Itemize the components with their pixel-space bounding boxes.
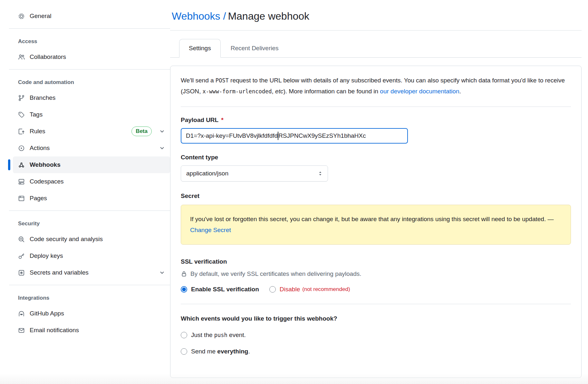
page-title: Webhooks /Manage webhook bbox=[172, 10, 582, 22]
chevron-down-icon bbox=[159, 270, 165, 276]
sidebar-item-label: General bbox=[30, 13, 52, 20]
github-apps-icon bbox=[18, 310, 25, 317]
select-updown-icon bbox=[317, 171, 323, 176]
urlencoded-code: x-www-form-urlencoded bbox=[203, 88, 272, 95]
page-title-text: Manage webhook bbox=[228, 10, 309, 22]
sidebar-item-secrets-variables[interactable]: Secrets and variables bbox=[13, 264, 170, 281]
git-branch-icon bbox=[18, 95, 25, 101]
content-type-label: Content type bbox=[181, 154, 571, 161]
sidebar-item-label: Deploy keys bbox=[30, 252, 63, 259]
sidebar-item-rules[interactable]: Rules Beta bbox=[13, 123, 170, 140]
payload-url-value-before-cursor: D1=?x-api-key=FUtvBV8vjlkfdfdfd bbox=[186, 132, 278, 139]
sidebar-item-webhooks[interactable]: Webhooks bbox=[13, 156, 170, 173]
sidebar-item-label: Secrets and variables bbox=[30, 269, 89, 276]
sidebar-item-label: Codespaces bbox=[30, 178, 64, 185]
event-option-push: Just the push event. bbox=[181, 332, 571, 339]
payload-url-input[interactable]: D1=?x-api-key=FUtvBV8vjlkfdfdfdRSJPNCwX9… bbox=[181, 128, 408, 144]
sidebar-item-pages[interactable]: Pages bbox=[13, 190, 170, 207]
rules-icon bbox=[18, 128, 25, 135]
ssl-note-text: By default, we verify SSL certificates w… bbox=[190, 270, 361, 277]
sidebar-item-tags[interactable]: Tags bbox=[13, 106, 170, 123]
ssl-verification-heading: SSL verification bbox=[181, 258, 571, 265]
payload-url-value-after-cursor: RSJPNCwX9ySEzSYh1bhaHXc bbox=[278, 132, 366, 139]
settings-page: General Access Collaborators Code and au… bbox=[0, 0, 588, 378]
intro-text: We'll send a bbox=[181, 77, 216, 84]
chevron-down-icon bbox=[159, 145, 165, 151]
disable-ssl-note: (not recommended) bbox=[302, 286, 350, 293]
intro-paragraph: We'll send a POST request to the URL bel… bbox=[181, 75, 571, 97]
sidebar-section-header-code-automation: Code and automation bbox=[18, 79, 170, 86]
breadcrumb-webhooks-link[interactable]: Webhooks / bbox=[172, 10, 226, 22]
sidebar-item-label: Email notifications bbox=[30, 327, 79, 334]
sidebar-divider bbox=[9, 211, 170, 211]
required-asterisk: * bbox=[221, 117, 223, 124]
chevron-down-icon bbox=[159, 128, 165, 134]
sidebar-item-email-notifications[interactable]: Email notifications bbox=[13, 322, 170, 339]
tabnav: Settings Recent Deliveries bbox=[170, 39, 582, 58]
enable-ssl-radio[interactable] bbox=[181, 286, 187, 293]
settings-sidebar: General Access Collaborators Code and au… bbox=[0, 5, 170, 378]
ssl-radio-group: Enable SSL verification Disable (not rec… bbox=[181, 286, 571, 293]
key-icon bbox=[18, 253, 25, 259]
browser-icon bbox=[18, 195, 25, 202]
payload-url-label-text: Payload URL bbox=[181, 117, 218, 124]
panel-divider bbox=[181, 304, 571, 304]
sidebar-divider bbox=[9, 69, 170, 70]
webhook-icon bbox=[18, 162, 25, 168]
codespaces-icon bbox=[18, 178, 25, 185]
tab-recent-deliveries[interactable]: Recent Deliveries bbox=[221, 39, 288, 57]
sidebar-item-deploy-keys[interactable]: Deploy keys bbox=[13, 248, 170, 264]
tab-settings[interactable]: Settings bbox=[179, 39, 221, 58]
etc-italic: etc bbox=[275, 88, 283, 95]
sidebar-section-header-integrations: Integrations bbox=[18, 295, 170, 301]
send-everything-text: Send me bbox=[191, 348, 217, 355]
just-push-radio[interactable] bbox=[181, 332, 187, 338]
ssl-note: By default, we verify SSL certificates w… bbox=[181, 270, 571, 277]
send-everything-radio[interactable] bbox=[181, 348, 187, 355]
sidebar-item-label: Tags bbox=[30, 111, 43, 118]
event-option-everything: Send me everything. bbox=[181, 348, 571, 355]
sidebar-section-header-access: Access bbox=[18, 38, 170, 45]
sidebar-item-code-security[interactable]: Code security and analysis bbox=[13, 231, 170, 248]
change-secret-link[interactable]: Change Secret bbox=[190, 227, 231, 233]
disable-ssl-label: Disable bbox=[280, 286, 300, 293]
post-code: POST bbox=[216, 77, 229, 84]
sidebar-item-codespaces[interactable]: Codespaces bbox=[13, 173, 170, 190]
sidebar-item-label: Webhooks bbox=[30, 161, 61, 168]
sidebar-item-label: GitHub Apps bbox=[30, 310, 64, 317]
content-type-select[interactable]: application/json bbox=[181, 165, 328, 182]
sidebar-item-actions[interactable]: Actions bbox=[13, 140, 170, 156]
sidebar-item-label: Branches bbox=[30, 94, 55, 101]
just-push-label: Just the push event. bbox=[191, 332, 246, 339]
enable-ssl-label: Enable SSL verification bbox=[191, 286, 259, 293]
intro-text: , bbox=[272, 88, 275, 95]
sidebar-divider bbox=[9, 285, 170, 285]
send-everything-text-end: . bbox=[248, 348, 250, 355]
disable-ssl-radio[interactable] bbox=[269, 286, 276, 293]
beta-badge: Beta bbox=[131, 126, 152, 136]
sidebar-item-label: Code security and analysis bbox=[30, 236, 103, 243]
sidebar-item-collaborators[interactable]: Collaborators bbox=[13, 49, 170, 65]
content-type-selected-value: application/json bbox=[186, 170, 228, 177]
events-heading: Which events would you like to trigger t… bbox=[181, 315, 571, 322]
people-icon bbox=[18, 54, 25, 61]
developer-docs-link[interactable]: our developer documentation bbox=[380, 88, 459, 95]
panel-divider bbox=[181, 107, 571, 107]
main-content: Webhooks /Manage webhook Settings Recent… bbox=[170, 5, 588, 378]
sidebar-item-general[interactable]: General bbox=[13, 8, 170, 24]
sidebar-item-label: Collaborators bbox=[30, 53, 66, 61]
sidebar-item-github-apps[interactable]: GitHub Apps bbox=[13, 305, 170, 322]
play-icon bbox=[18, 145, 25, 152]
just-push-text: Just the bbox=[191, 332, 214, 338]
sidebar-item-label: Pages bbox=[30, 195, 47, 202]
secret-label: Secret bbox=[181, 192, 571, 200]
push-code: push bbox=[214, 332, 227, 338]
code-scan-icon bbox=[18, 236, 25, 243]
everything-bold: everything bbox=[217, 348, 248, 355]
sidebar-section-header-security: Security bbox=[18, 220, 170, 227]
mail-icon bbox=[18, 327, 25, 334]
sidebar-item-label: Rules bbox=[30, 128, 45, 135]
tag-icon bbox=[18, 111, 25, 118]
sidebar-item-branches[interactable]: Branches bbox=[13, 89, 170, 106]
payload-url-label: Payload URL * bbox=[181, 117, 571, 124]
